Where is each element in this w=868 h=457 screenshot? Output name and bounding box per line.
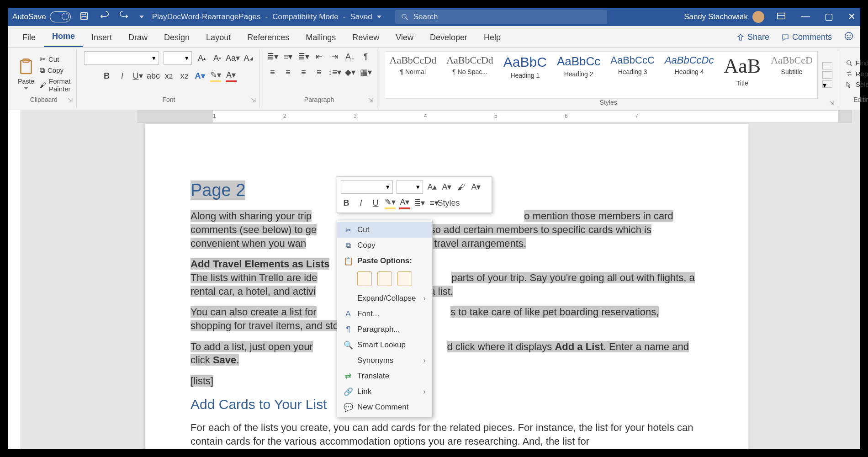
grow-font-icon[interactable]: A▴ bbox=[196, 53, 207, 64]
styles-icon[interactable]: Styles bbox=[443, 197, 454, 208]
strike-icon[interactable]: abc bbox=[148, 70, 159, 81]
justify-icon[interactable]: ≡ bbox=[314, 67, 325, 78]
copy-button[interactable]: Copy bbox=[40, 66, 71, 74]
bold-icon[interactable]: B bbox=[101, 70, 112, 81]
dialog-launcher-icon[interactable]: ⇲ bbox=[251, 97, 256, 104]
style---normal[interactable]: AaBbCcDd¶ Normal bbox=[390, 54, 437, 75]
tab-layout[interactable]: Layout bbox=[198, 28, 239, 47]
style-subtitle[interactable]: AaBbCcDSubtitle bbox=[771, 54, 813, 75]
font-name-combo[interactable]: ▾ bbox=[84, 51, 159, 65]
change-case-icon[interactable]: Aa▾ bbox=[228, 53, 238, 64]
style-heading-4[interactable]: AaBbCcDcHeading 4 bbox=[665, 54, 714, 75]
decrease-indent-icon[interactable]: ⇤ bbox=[314, 51, 325, 62]
dialog-launcher-icon[interactable]: ⇲ bbox=[829, 100, 834, 106]
select-button[interactable]: Select▾ bbox=[846, 80, 868, 89]
subscript-icon[interactable]: x2 bbox=[164, 70, 175, 81]
menu-link[interactable]: 🔗Link› bbox=[337, 384, 432, 399]
shrink-font-icon[interactable]: A▾ bbox=[212, 53, 223, 64]
line-spacing-icon[interactable]: ↕≡▾ bbox=[329, 67, 340, 78]
numbering-icon[interactable]: ≡▾ bbox=[283, 51, 294, 62]
borders-icon[interactable]: ▦▾ bbox=[360, 67, 371, 78]
align-right-icon[interactable]: ≡ bbox=[298, 67, 309, 78]
style-title[interactable]: AaBTitle bbox=[724, 54, 761, 87]
user-account[interactable]: Sandy Stachowiak bbox=[684, 11, 764, 23]
format-painter-button[interactable]: Format Painter bbox=[40, 77, 71, 93]
tab-review[interactable]: Review bbox=[344, 28, 387, 47]
menu-translate[interactable]: ⇄Translate bbox=[337, 368, 432, 384]
menu-synonyms[interactable]: Synonyms› bbox=[337, 353, 432, 368]
italic-icon[interactable]: I bbox=[117, 70, 128, 81]
align-left-icon[interactable]: ≡ bbox=[267, 67, 278, 78]
tab-file[interactable]: File bbox=[14, 28, 44, 47]
share-button[interactable]: Share bbox=[736, 32, 769, 42]
paste-merge-icon[interactable] bbox=[377, 271, 392, 286]
tab-mailings[interactable]: Mailings bbox=[297, 28, 344, 47]
menu-new-comment[interactable]: 💬New Comment bbox=[337, 399, 432, 415]
undo-icon[interactable] bbox=[99, 11, 109, 23]
grow-font-icon[interactable]: A▴ bbox=[427, 181, 438, 192]
tab-developer[interactable]: Developer bbox=[422, 28, 476, 47]
comments-button[interactable]: Comments bbox=[781, 32, 832, 42]
align-center-icon[interactable]: ≡ bbox=[283, 67, 294, 78]
mini-size-combo[interactable]: ▾ bbox=[397, 180, 423, 194]
smiley-icon[interactable] bbox=[844, 31, 854, 43]
font-color-icon[interactable]: A▾ bbox=[226, 69, 237, 82]
search-input[interactable]: Search bbox=[395, 10, 607, 24]
paste-text-only-icon[interactable] bbox=[397, 271, 412, 286]
highlight-icon[interactable]: ✎▾ bbox=[210, 69, 221, 82]
title-dropdown-icon[interactable] bbox=[377, 16, 381, 18]
ribbon-options-icon[interactable] bbox=[776, 11, 786, 23]
tab-references[interactable]: References bbox=[239, 28, 297, 47]
qat-more-icon[interactable] bbox=[139, 16, 144, 18]
tab-design[interactable]: Design bbox=[156, 28, 198, 47]
minimize-icon[interactable]: — bbox=[801, 11, 810, 23]
cut-button[interactable]: Cut bbox=[40, 55, 71, 64]
menu-smart-lookup[interactable]: 🔍Smart Lookup bbox=[337, 337, 432, 353]
dialog-launcher-icon[interactable]: ⇲ bbox=[368, 97, 373, 104]
document-page[interactable]: Page 2 Along with sharing your trip ____… bbox=[145, 124, 748, 449]
show-marks-icon[interactable]: ¶ bbox=[360, 51, 371, 62]
multilevel-icon[interactable]: ≣▾ bbox=[298, 51, 309, 62]
autosave-toggle[interactable] bbox=[50, 11, 71, 22]
underline-icon[interactable]: U▾ bbox=[132, 70, 143, 81]
highlight-icon[interactable]: ✎▾ bbox=[385, 197, 396, 209]
styles-more-button[interactable]: ▾ bbox=[822, 62, 832, 88]
dialog-launcher-icon[interactable]: ⇲ bbox=[68, 97, 73, 104]
ruler-horizontal[interactable]: 1234567 bbox=[138, 110, 852, 123]
styles-gallery[interactable]: AaBbCcDd¶ NormalAaBbCcDd¶ No Spac...AaBb… bbox=[385, 51, 818, 99]
paste-keep-source-icon[interactable] bbox=[357, 271, 372, 286]
shading-icon[interactable]: ◆▾ bbox=[345, 67, 356, 78]
font-color-icon[interactable]: A▾ bbox=[399, 197, 410, 209]
menu-cut[interactable]: Cut bbox=[337, 222, 432, 238]
bold-icon[interactable]: B bbox=[341, 197, 352, 208]
text-effects-icon[interactable]: A▾ bbox=[195, 70, 206, 81]
mini-font-combo[interactable]: ▾ bbox=[341, 180, 393, 194]
save-icon[interactable] bbox=[79, 11, 89, 23]
menu-font[interactable]: AFont... bbox=[337, 306, 432, 322]
paste-button[interactable]: Paste bbox=[17, 58, 35, 90]
increase-indent-icon[interactable]: ⇥ bbox=[329, 51, 340, 62]
format-painter-icon[interactable]: 🖌 bbox=[456, 181, 467, 192]
superscript-icon[interactable]: x2 bbox=[179, 70, 190, 81]
style-heading-3[interactable]: AaBbCcCHeading 3 bbox=[610, 54, 655, 75]
clear-format-icon[interactable]: A▾ bbox=[471, 181, 482, 192]
font-size-combo[interactable]: ▾ bbox=[164, 51, 192, 65]
style-heading-1[interactable]: AaBbCHeading 1 bbox=[503, 54, 547, 79]
clear-format-icon[interactable]: A◢ bbox=[243, 53, 254, 64]
tab-home[interactable]: Home bbox=[44, 27, 83, 47]
style---no-spac---[interactable]: AaBbCcDd¶ No Spac... bbox=[446, 54, 493, 75]
tab-help[interactable]: Help bbox=[476, 28, 509, 47]
redo-icon[interactable] bbox=[119, 11, 129, 23]
ruler-vertical[interactable] bbox=[8, 110, 21, 449]
style-heading-2[interactable]: AaBbCcHeading 2 bbox=[557, 54, 600, 78]
tab-draw[interactable]: Draw bbox=[120, 28, 156, 47]
bullets-icon[interactable]: ≣▾ bbox=[267, 51, 278, 62]
bullets-icon[interactable]: ≣▾ bbox=[414, 197, 425, 208]
replace-button[interactable]: Replace bbox=[846, 70, 868, 78]
underline-icon[interactable]: U bbox=[370, 197, 381, 208]
italic-icon[interactable]: I bbox=[355, 197, 366, 208]
shrink-font-icon[interactable]: A▾ bbox=[441, 181, 452, 192]
close-icon[interactable]: ✕ bbox=[848, 11, 856, 23]
menu-expand-collapse[interactable]: Expand/Collapse› bbox=[337, 291, 432, 306]
tab-insert[interactable]: Insert bbox=[83, 28, 120, 47]
